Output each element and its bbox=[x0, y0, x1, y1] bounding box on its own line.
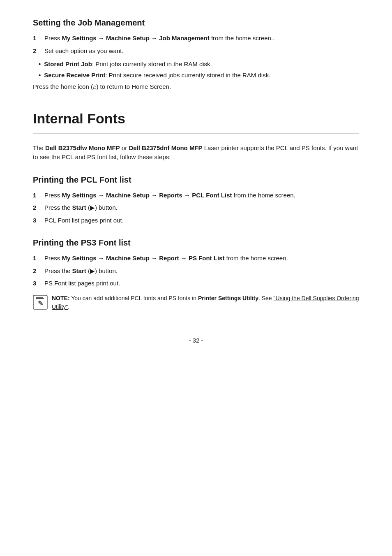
ps3-steps: 1 Press My Settings → Machine Setup → Re… bbox=[33, 254, 359, 288]
step-2-content: Set each option as you want. bbox=[44, 46, 359, 56]
internal-fonts-intro: The Dell B2375dfw Mono MFP or Dell B2375… bbox=[33, 144, 359, 162]
secure-receive-bold: Secure Receive Print bbox=[44, 72, 105, 79]
bullet-secure-content: Secure Receive Print: Print secure recei… bbox=[44, 71, 359, 80]
step1-bold3: Job Management bbox=[159, 35, 210, 42]
pcl-s1-bold2: Machine Setup bbox=[106, 192, 150, 199]
pcl-start-bold: Start bbox=[72, 204, 86, 211]
step-2: 2 Set each option as you want. bbox=[33, 46, 359, 56]
note-label: NOTE: bbox=[52, 295, 70, 301]
ps3-step-1-content: Press My Settings → Machine Setup → Repo… bbox=[44, 254, 359, 263]
pcl-step-1: 1 Press My Settings → Machine Setup → Re… bbox=[33, 191, 359, 200]
pcl-font-heading: Printing the PCL Font list bbox=[33, 174, 359, 186]
ps3-step-3: 3 PS Font list pages print out. bbox=[33, 279, 359, 288]
printer-model-2: Dell B2375dnf Mono MFP bbox=[129, 144, 202, 151]
ps3-step-3-content: PS Font list pages print out. bbox=[44, 279, 359, 288]
step1-bold1: My Settings bbox=[62, 35, 97, 42]
ps3-s1-bold3: Report bbox=[159, 255, 179, 262]
pcl-s1-bold1: My Settings bbox=[62, 192, 97, 199]
section-internal-fonts: Internal Fonts The Dell B2375dfw Mono MF… bbox=[33, 108, 359, 162]
job-management-bullets: Stored Print Job: Print jobs currently s… bbox=[33, 60, 359, 80]
pcl-step-1-content: Press My Settings → Machine Setup → Repo… bbox=[44, 191, 359, 200]
ps3-s1-bold2: Machine Setup bbox=[106, 255, 150, 262]
pcl-steps: 1 Press My Settings → Machine Setup → Re… bbox=[33, 191, 359, 225]
step-1-content: Press My Settings → Machine Setup → Job … bbox=[44, 34, 359, 43]
job-management-steps: 1 Press My Settings → Machine Setup → Jo… bbox=[33, 34, 359, 56]
pcl-step-2-content: Press the Start (▶) button. bbox=[44, 203, 359, 213]
pcl-s1-bold4: PCL Font List bbox=[192, 192, 232, 199]
internal-fonts-heading: Internal Fonts bbox=[33, 108, 359, 129]
note-box: ✎ NOTE: You can add additional PCL fonts… bbox=[33, 294, 359, 311]
ps3-step-num-1: 1 bbox=[33, 254, 44, 263]
page-number: - 32 - bbox=[189, 337, 203, 344]
svg-text:✎: ✎ bbox=[38, 300, 43, 307]
pcl-step-2: 2 Press the Start (▶) button. bbox=[33, 203, 359, 213]
section-pcl-font: Printing the PCL Font list 1 Press My Se… bbox=[33, 174, 359, 225]
bullet-secure-receive: Secure Receive Print: Print secure recei… bbox=[33, 71, 359, 80]
home-icon-note: Press the home icon (⌂) to return to Hom… bbox=[33, 82, 359, 92]
ps3-step-2: 2 Press the Start (▶) button. bbox=[33, 266, 359, 276]
pcl-step-3-content: PCL Font list pages print out. bbox=[44, 216, 359, 225]
stored-print-bold: Stored Print Job bbox=[44, 60, 92, 67]
job-management-heading: Setting the Job Management bbox=[33, 16, 359, 29]
printer-model-1: Dell B2375dfw Mono MFP bbox=[45, 144, 120, 151]
pcl-step-num-2: 2 bbox=[33, 203, 44, 213]
ps3-step-num-3: 3 bbox=[33, 279, 44, 288]
bullet-stored-content: Stored Print Job: Print jobs currently s… bbox=[44, 60, 359, 69]
step1-bold2: Machine Setup bbox=[106, 35, 150, 42]
page-footer: - 32 - bbox=[33, 336, 359, 345]
ps3-s1-bold1: My Settings bbox=[62, 255, 97, 262]
printer-settings-utility-bold: Printer Settings Utility bbox=[198, 295, 258, 301]
pcl-s1-bold3: Reports bbox=[159, 192, 182, 199]
step-1: 1 Press My Settings → Machine Setup → Jo… bbox=[33, 34, 359, 43]
note-text: NOTE: You can add additional PCL fonts a… bbox=[52, 294, 359, 311]
section-job-management: Setting the Job Management 1 Press My Se… bbox=[33, 16, 359, 92]
ps3-step-num-2: 2 bbox=[33, 266, 44, 276]
home-icon: ⌂ bbox=[93, 83, 96, 91]
pcl-step-num-1: 1 bbox=[33, 191, 44, 200]
step-num-2: 2 bbox=[33, 46, 44, 56]
note-icon: ✎ bbox=[33, 295, 48, 310]
ps3-start-bold: Start bbox=[72, 267, 86, 274]
ps3-s1-bold4: PS Font List bbox=[189, 255, 225, 262]
step-num-1: 1 bbox=[33, 34, 44, 43]
section-ps3-font: Printing the PS3 Font list 1 Press My Se… bbox=[33, 236, 359, 311]
bullet-stored-print: Stored Print Job: Print jobs currently s… bbox=[33, 60, 359, 69]
ps3-step-1: 1 Press My Settings → Machine Setup → Re… bbox=[33, 254, 359, 263]
pcl-step-3: 3 PCL Font list pages print out. bbox=[33, 216, 359, 225]
ps3-step-2-content: Press the Start (▶) button. bbox=[44, 266, 359, 276]
ps3-font-heading: Printing the PS3 Font list bbox=[33, 236, 359, 249]
pcl-step-num-3: 3 bbox=[33, 216, 44, 225]
section-divider bbox=[33, 133, 359, 134]
